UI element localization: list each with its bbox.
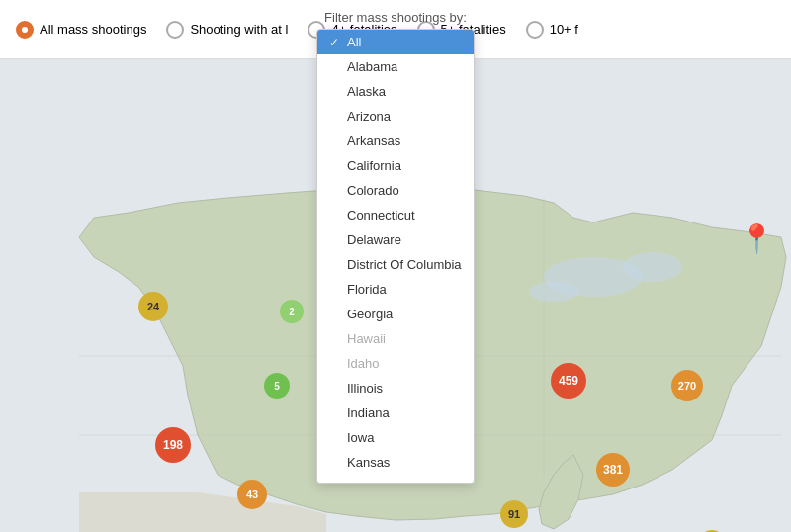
- dropdown-item-label: California: [347, 158, 401, 173]
- dropdown-item: Hawaii: [317, 326, 474, 351]
- dropdown-item[interactable]: Kansas: [317, 450, 474, 475]
- dropdown-item-label: Arkansas: [347, 133, 400, 148]
- dropdown-item-label: Illinois: [347, 381, 383, 396]
- svg-point-9: [529, 282, 578, 302]
- dropdown-item[interactable]: Georgia: [317, 302, 474, 326]
- dropdown-item[interactable]: District Of Columbia: [317, 252, 474, 277]
- dropdown-item[interactable]: California: [317, 153, 474, 178]
- map-pin: 📍: [740, 222, 774, 255]
- dropdown-item[interactable]: Arkansas: [317, 129, 474, 153]
- dropdown-item[interactable]: Kentucky: [317, 475, 474, 484]
- dropdown-item[interactable]: Iowa: [317, 425, 474, 450]
- dropdown-item[interactable]: Alaska: [317, 79, 474, 104]
- dropdown-item[interactable]: Delaware: [317, 227, 474, 252]
- dropdown-item-label: Delaware: [347, 232, 401, 247]
- dropdown-item[interactable]: Colorado: [317, 178, 474, 203]
- dropdown-item-label: Arizona: [347, 109, 391, 124]
- dropdown-item[interactable]: Indiana: [317, 400, 474, 425]
- dropdown-item-label: Florida: [347, 282, 387, 297]
- dropdown-item[interactable]: Alabama: [317, 54, 474, 79]
- radio-10fat[interactable]: [526, 21, 544, 39]
- dropdown-item[interactable]: Arizona: [317, 104, 474, 129]
- dropdown-item-label: Kansas: [347, 455, 390, 470]
- dropdown-item: Idaho: [317, 351, 474, 376]
- dropdown-item[interactable]: Florida: [317, 277, 474, 302]
- checkmark-icon: ✓: [329, 36, 341, 49]
- radio-all[interactable]: [16, 21, 34, 39]
- dropdown-item-label: Connecticut: [347, 208, 415, 222]
- option-10fat-label: 10+ f: [550, 22, 578, 37]
- dropdown-item[interactable]: Connecticut: [317, 203, 474, 227]
- dropdown-item-label: Georgia: [347, 307, 393, 321]
- dropdown-item-label: Iowa: [347, 430, 374, 445]
- dropdown-item-label: Hawaii: [347, 331, 386, 346]
- option-shooting-label: Shooting with at l: [190, 22, 288, 37]
- option-shooting[interactable]: Shooting with at l: [166, 21, 288, 39]
- dropdown-item-label: All: [347, 35, 361, 49]
- dropdown-item-label: District Of Columbia: [347, 257, 462, 272]
- dropdown-item-label: Kentucky: [347, 480, 399, 484]
- dropdown-item-label: Alaska: [347, 84, 386, 99]
- dropdown-item-label: Indiana: [347, 405, 390, 420]
- dropdown-item[interactable]: Illinois: [317, 376, 474, 400]
- dropdown-item-label: Idaho: [347, 356, 380, 371]
- dropdown-list[interactable]: ✓AllAlabamaAlaskaArizonaArkansasCaliforn…: [316, 29, 475, 484]
- dropdown-item-label: Colorado: [347, 183, 399, 198]
- radio-shooting[interactable]: [166, 21, 184, 39]
- svg-point-8: [623, 252, 682, 282]
- option-all[interactable]: All mass shootings: [16, 21, 146, 39]
- dropdown-item-label: Alabama: [347, 59, 397, 74]
- dropdown-item[interactable]: ✓All: [317, 30, 474, 54]
- option-all-label: All mass shootings: [40, 22, 146, 37]
- option-10fat[interactable]: 10+ f: [526, 21, 578, 39]
